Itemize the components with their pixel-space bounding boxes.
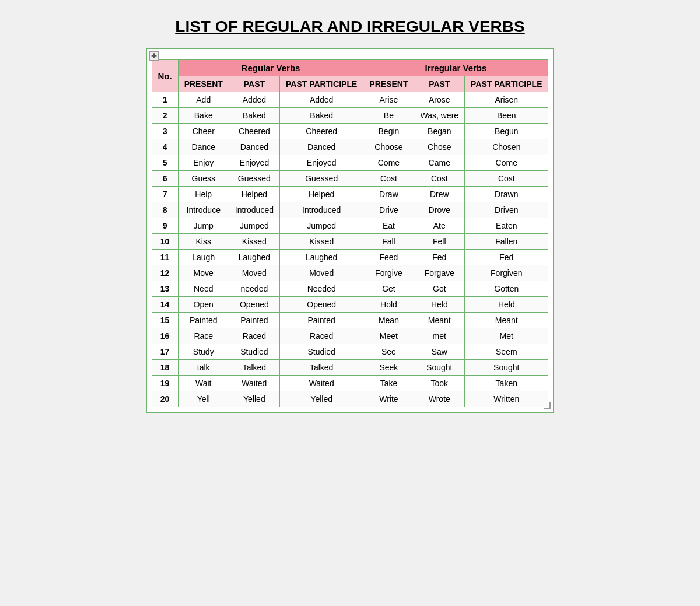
table-row: 3 Cheer Cheered Cheered Begin Began Begu… xyxy=(152,124,548,139)
cell-reg-pp: Baked xyxy=(279,108,363,124)
cell-reg-present: Jump xyxy=(178,218,229,234)
cell-irr-past: Arose xyxy=(414,92,465,108)
cell-irr-pp: Seem xyxy=(465,344,548,360)
cell-irr-past: Got xyxy=(414,281,465,297)
resize-handle[interactable] xyxy=(544,402,551,409)
cell-irr-present: Be xyxy=(363,108,414,124)
cell-reg-pp: Enjoyed xyxy=(279,155,363,171)
cell-no: 8 xyxy=(152,202,178,218)
cell-reg-pp: Talked xyxy=(279,360,363,376)
cell-reg-past: Jumped xyxy=(229,218,279,234)
cell-no: 19 xyxy=(152,376,178,391)
verb-table: No. Regular Verbs Irregular Verbs PRESEN… xyxy=(152,59,549,407)
table-row: 17 Study Studied Studied See Saw Seem xyxy=(152,344,548,360)
cell-irr-present: Eat xyxy=(363,218,414,234)
cell-reg-past: Kissed xyxy=(229,234,279,250)
cell-reg-present: Wait xyxy=(178,376,229,391)
cell-reg-pp: Waited xyxy=(279,376,363,391)
cell-reg-past: Laughed xyxy=(229,250,279,265)
cell-reg-past: Moved xyxy=(229,265,279,281)
cell-irr-pp: Held xyxy=(465,297,548,313)
cell-irr-past: Chose xyxy=(414,139,465,155)
cell-irr-pp: Fed xyxy=(465,250,548,265)
cell-no: 2 xyxy=(152,108,178,124)
cell-reg-pp: Studied xyxy=(279,344,363,360)
cell-no: 16 xyxy=(152,328,178,344)
reg-past-header: PAST xyxy=(229,76,279,92)
cell-irr-pp: Cost xyxy=(465,171,548,187)
cell-reg-pp: Kissed xyxy=(279,234,363,250)
cell-reg-pp: Cheered xyxy=(279,124,363,139)
irregular-verbs-header: Irregular Verbs xyxy=(363,60,548,76)
cell-no: 12 xyxy=(152,265,178,281)
cell-reg-pp: Added xyxy=(279,92,363,108)
cell-irr-present: Hold xyxy=(363,297,414,313)
cell-reg-pp: Yelled xyxy=(279,391,363,407)
move-handle[interactable]: ✚ xyxy=(149,51,159,61)
cell-irr-past: Sought xyxy=(414,360,465,376)
table-row: 15 Painted Painted Painted Mean Meant Me… xyxy=(152,313,548,328)
cell-no: 5 xyxy=(152,155,178,171)
table-row: 5 Enjoy Enjoyed Enjoyed Come Came Come xyxy=(152,155,548,171)
cell-reg-present: talk xyxy=(178,360,229,376)
cell-irr-past: Was, were xyxy=(414,108,465,124)
cell-reg-present: Need xyxy=(178,281,229,297)
irr-present-header: PRESENT xyxy=(363,76,414,92)
cell-irr-present: Come xyxy=(363,155,414,171)
cell-reg-past: Helped xyxy=(229,187,279,202)
cell-irr-present: Fall xyxy=(363,234,414,250)
page-title: LIST OF REGULAR AND IRREGULAR VERBS xyxy=(175,17,524,36)
cell-no: 18 xyxy=(152,360,178,376)
cell-reg-present: Dance xyxy=(178,139,229,155)
cell-irr-pp: Begun xyxy=(465,124,548,139)
cell-reg-present: Move xyxy=(178,265,229,281)
cell-reg-past: Yelled xyxy=(229,391,279,407)
cell-reg-past: Talked xyxy=(229,360,279,376)
cell-reg-past: Enjoyed xyxy=(229,155,279,171)
cell-no: 3 xyxy=(152,124,178,139)
cell-irr-present: Choose xyxy=(363,139,414,155)
cell-reg-pp: Needed xyxy=(279,281,363,297)
cell-irr-present: Arise xyxy=(363,92,414,108)
cell-irr-present: See xyxy=(363,344,414,360)
cell-reg-pp: Opened xyxy=(279,297,363,313)
cell-irr-past: Came xyxy=(414,155,465,171)
cell-reg-present: Cheer xyxy=(178,124,229,139)
table-row: 11 Laugh Laughed Laughed Feed Fed Fed xyxy=(152,250,548,265)
table-row: 4 Dance Danced Danced Choose Chose Chose… xyxy=(152,139,548,155)
cell-irr-present: Forgive xyxy=(363,265,414,281)
cell-no: 4 xyxy=(152,139,178,155)
cell-reg-present: Laugh xyxy=(178,250,229,265)
cell-irr-pp: Meant xyxy=(465,313,548,328)
cell-reg-pp: Guessed xyxy=(279,171,363,187)
table-row: 20 Yell Yelled Yelled Write Wrote Writte… xyxy=(152,391,548,407)
cell-reg-past: Danced xyxy=(229,139,279,155)
cell-reg-present: Painted xyxy=(178,313,229,328)
table-row: 8 Introduce Introduced Introduced Drive … xyxy=(152,202,548,218)
cell-irr-pp: Met xyxy=(465,328,548,344)
cell-reg-past: Waited xyxy=(229,376,279,391)
table-row: 9 Jump Jumped Jumped Eat Ate Eaten xyxy=(152,218,548,234)
table-wrapper: ✚ No. Regular Verbs Irregular Verbs PRES… xyxy=(146,48,555,413)
table-row: 14 Open Opened Opened Hold Held Held xyxy=(152,297,548,313)
cell-reg-pp: Jumped xyxy=(279,218,363,234)
cell-irr-past: Wrote xyxy=(414,391,465,407)
cell-irr-past: Held xyxy=(414,297,465,313)
irr-past-header: PAST xyxy=(414,76,465,92)
cell-reg-pp: Raced xyxy=(279,328,363,344)
no-header: No. xyxy=(152,60,178,92)
cell-reg-past: Added xyxy=(229,92,279,108)
table-row: 6 Guess Guessed Guessed Cost Cost Cost xyxy=(152,171,548,187)
cell-irr-pp: Driven xyxy=(465,202,548,218)
cell-reg-present: Enjoy xyxy=(178,155,229,171)
cell-no: 10 xyxy=(152,234,178,250)
cell-no: 20 xyxy=(152,391,178,407)
cell-reg-present: Guess xyxy=(178,171,229,187)
cell-no: 1 xyxy=(152,92,178,108)
cell-irr-pp: Taken xyxy=(465,376,548,391)
cell-reg-past: Introduced xyxy=(229,202,279,218)
cell-irr-present: Mean xyxy=(363,313,414,328)
cell-reg-pp: Introduced xyxy=(279,202,363,218)
cell-irr-present: Write xyxy=(363,391,414,407)
cell-no: 6 xyxy=(152,171,178,187)
